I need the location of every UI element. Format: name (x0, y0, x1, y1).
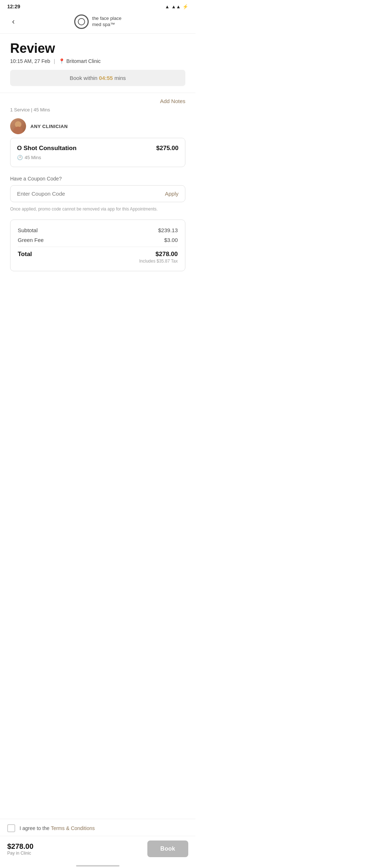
clinician-avatar (10, 118, 26, 134)
coupon-label: Have a Coupon Code? (10, 176, 185, 182)
service-price: $275.00 (156, 145, 178, 152)
clinician-name: ANY CLINICIAN (30, 124, 68, 129)
brand-text: the face place med spa™ (92, 16, 122, 28)
tax-note: Includes $35.87 Tax (139, 259, 178, 264)
location-icon: 📍 (59, 58, 65, 64)
total-row: Total $278.00 Includes $35.87 Tax (18, 251, 178, 264)
booking-meta: 10:15 AM, 27 Feb | 📍 Britomart Clinic (10, 58, 185, 64)
location-name: Britomart Clinic (66, 58, 101, 64)
app-header: ‹ the face place med spa™ (0, 12, 196, 34)
avatar-image (10, 118, 26, 134)
back-icon: ‹ (12, 17, 14, 26)
page-title: Review (10, 41, 185, 56)
timer-value: 04:55 (99, 75, 113, 81)
service-card-header: O Shot Consultation $275.00 (17, 145, 178, 152)
battery-icon: ⚡ (182, 4, 188, 9)
add-notes-row: Add Notes (10, 93, 185, 107)
subtotal-value: $239.13 (158, 227, 178, 233)
subtotal-label: Subtotal (18, 227, 38, 233)
status-icons: ▲ ▲▲ ⚡ (165, 4, 188, 9)
location-wrap: 📍 Britomart Clinic (59, 58, 101, 64)
coupon-input[interactable] (17, 191, 165, 197)
service-card: O Shot Consultation $275.00 🕐 45 Mins (10, 138, 185, 167)
apply-button[interactable]: Apply (165, 191, 178, 197)
status-time: 12:29 (7, 4, 20, 9)
timer-bar: Book within 04:55 mins (10, 70, 185, 86)
subtotal-row: Subtotal $239.13 (18, 227, 178, 233)
timer-prefix: Book within (70, 75, 97, 81)
brand-subtitle: med spa™ (92, 22, 122, 28)
brand-circle-icon (74, 14, 89, 29)
green-fee-value: $3.00 (164, 237, 178, 243)
green-fee-label: Green Fee (18, 237, 44, 243)
status-bar: 12:29 ▲ ▲▲ ⚡ (0, 0, 196, 12)
wifi-icon: ▲ (165, 4, 169, 9)
clock-icon: 🕐 (17, 155, 23, 160)
brand-name: the face place (92, 16, 122, 22)
total-label: Total (18, 251, 32, 258)
total-value: $278.00 (139, 251, 178, 258)
timer-suffix: mins (114, 75, 126, 81)
totals-card: Subtotal $239.13 Green Fee $3.00 Total $… (10, 220, 185, 271)
service-name: O Shot Consultation (17, 145, 76, 152)
main-content: Review 10:15 AM, 27 Feb | 📍 Britomart Cl… (0, 34, 196, 271)
coupon-note: Once applied, promo code cannot be remov… (10, 206, 185, 212)
totals-divider (18, 247, 178, 247)
coupon-section: Have a Coupon Code? Apply Once applied, … (10, 176, 185, 212)
service-summary: 1 Service | 45 Mins (10, 107, 185, 112)
green-fee-row: Green Fee $3.00 (18, 237, 178, 243)
coupon-input-wrap: Apply (10, 185, 185, 202)
back-button[interactable]: ‹ (7, 16, 20, 28)
clinician-row: ANY CLINICIAN (10, 118, 185, 134)
duration-text: 45 Mins (25, 155, 41, 160)
meta-separator: | (54, 58, 55, 64)
brand-logo: the face place med spa™ (74, 14, 122, 29)
booking-datetime: 10:15 AM, 27 Feb (10, 58, 50, 64)
signal-icon: ▲▲ (171, 4, 181, 9)
service-duration: 🕐 45 Mins (17, 155, 178, 160)
total-amount-wrap: $278.00 Includes $35.87 Tax (139, 251, 178, 264)
add-notes-button[interactable]: Add Notes (160, 98, 185, 104)
brand-circle-inner (78, 18, 85, 25)
